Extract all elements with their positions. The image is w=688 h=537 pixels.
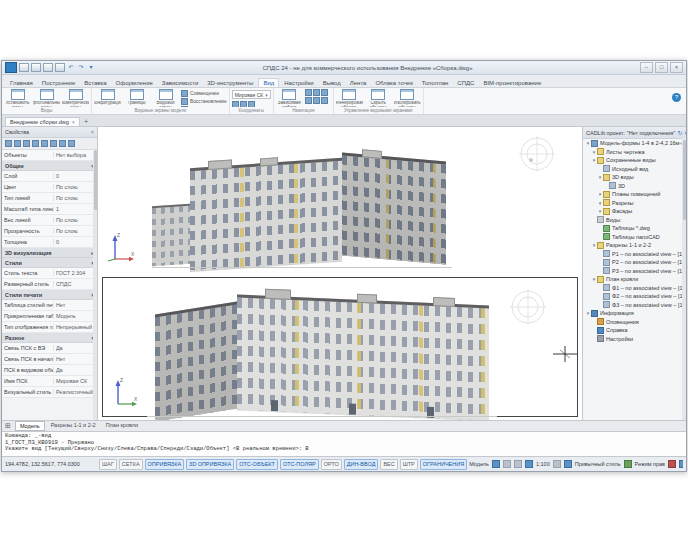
property-section-header[interactable]: Стили▾ bbox=[2, 258, 97, 268]
property-row[interactable]: Прикрепленная таблицаМодель bbox=[2, 311, 97, 322]
app-menu-icon[interactable] bbox=[5, 62, 17, 73]
viewport-bottom-active[interactable]: Z X bbox=[102, 277, 578, 417]
ribbon-tab-8[interactable]: Настройки bbox=[280, 79, 317, 87]
status-toggle-отс-поляр[interactable]: ОТС-ПОЛЯР bbox=[280, 459, 319, 470]
undo-icon[interactable]: ↶ bbox=[67, 64, 75, 71]
property-section-header[interactable]: Общие▾ bbox=[2, 161, 97, 171]
fullscreen-icon[interactable] bbox=[679, 460, 683, 468]
zoom-icon[interactable] bbox=[514, 460, 522, 468]
status-toggle-орто[interactable]: ОРТО bbox=[321, 459, 342, 470]
small-tool-icon[interactable] bbox=[321, 97, 328, 104]
status-toggle-сетка[interactable]: СЕТКА bbox=[119, 459, 143, 470]
ribbon-button[interactable]: Скрыть объекты bbox=[365, 89, 392, 107]
status-toggle-ограничения[interactable]: ОГРАНИЧЕНИЯ bbox=[420, 459, 467, 470]
ribbon-tab-7[interactable]: Вид bbox=[258, 78, 279, 87]
tree-item[interactable]: ▾Модель-формы 1-4 в 2-4,2 16м-проект.dwg bbox=[583, 139, 686, 148]
open-file-icon[interactable] bbox=[31, 63, 41, 72]
ribbon-button[interactable]: Границы bbox=[123, 89, 150, 106]
monitor-icon[interactable] bbox=[564, 460, 572, 468]
property-row[interactable]: Слой0 bbox=[2, 171, 97, 182]
tree-item[interactable]: Справка bbox=[583, 326, 686, 335]
status-toggle-отс-объект[interactable]: ОТС-ОБЪЕКТ bbox=[236, 459, 278, 470]
ribbon-check-button[interactable]: Восстановление bbox=[181, 98, 227, 105]
property-row[interactable]: ЦветПо слою bbox=[2, 182, 97, 193]
ribbon-tab-11[interactable]: Облака точек bbox=[371, 79, 416, 87]
refresh-icon[interactable]: ↻ bbox=[677, 130, 682, 136]
tree-item[interactable]: Ф3 – no associated view – [1/100] bbox=[583, 301, 686, 310]
document-tab[interactable]: Внедрение сборки.dwg × bbox=[5, 117, 80, 126]
ribbon-tab-14[interactable]: BIM-проектирование bbox=[479, 79, 545, 87]
maximize-button[interactable]: □ bbox=[655, 62, 668, 73]
ribbon-button[interactable]: Регенерировать область bbox=[336, 89, 363, 107]
ribbon-button[interactable]: Изометрические виды bbox=[62, 89, 89, 107]
small-tool-icon[interactable] bbox=[313, 97, 320, 104]
help-icon[interactable]: ? bbox=[672, 93, 681, 102]
tree-item[interactable]: ▾Фасады bbox=[583, 207, 686, 216]
status-toggle-3d опривязка[interactable]: 3D ОПРИВЯЗКА bbox=[186, 459, 234, 470]
quick-select-icon[interactable] bbox=[14, 140, 21, 147]
layout-tab-3[interactable]: План кровли bbox=[102, 421, 142, 429]
small-tool-icon[interactable] bbox=[305, 89, 312, 96]
property-row[interactable]: Имя ПСКМировая СК bbox=[2, 376, 97, 387]
tree-item[interactable]: Р1 – no associated view – [1/100] bbox=[583, 250, 686, 259]
tree-item[interactable]: ▾Информация bbox=[583, 309, 686, 318]
viewport-layout-icon[interactable]: ⊞ bbox=[5, 422, 11, 430]
ribbon-tab-10[interactable]: Лента bbox=[346, 79, 371, 87]
property-row[interactable]: Стиль текстаГОСТ 2.304 bbox=[2, 268, 97, 279]
notifications-icon[interactable] bbox=[668, 460, 676, 468]
tree-item[interactable]: Р2 – no associated view – [1/100] bbox=[583, 258, 686, 267]
property-row[interactable]: Вес линийПо слою bbox=[2, 215, 97, 226]
property-row[interactable]: Толщина0 bbox=[2, 237, 97, 248]
status-toggle-дин-ввод[interactable]: ДИН-ВВОД bbox=[344, 459, 379, 470]
property-row[interactable]: Тип отображения табл.Непрерывный bbox=[2, 322, 97, 333]
status-toggle-вес[interactable]: ВЕС bbox=[380, 459, 397, 470]
property-row[interactable]: Связь ПСК с ВЭДа bbox=[2, 343, 97, 354]
tree-item[interactable]: Настройки bbox=[583, 335, 686, 344]
redo-icon[interactable]: ↷ bbox=[77, 64, 85, 71]
ribbon-tab-9[interactable]: Вывод bbox=[319, 79, 345, 87]
close-icon[interactable]: × bbox=[91, 129, 94, 135]
property-row[interactable]: Размерный стильСПДС bbox=[2, 279, 97, 290]
command-line[interactable]: Команда: _-вид1_ГОСТ_ПЗ_КВ0919 - Прерван… bbox=[2, 431, 686, 456]
tree-item[interactable]: Р3 – no associated view – [1:0.0073] bbox=[583, 267, 686, 276]
layout-tab-1[interactable]: Модель bbox=[15, 421, 45, 431]
customize-dropdown-icon[interactable]: ▾ bbox=[87, 64, 95, 71]
property-row[interactable]: ОбъектыНет выбора bbox=[2, 150, 97, 161]
ui-mode-icon[interactable] bbox=[624, 460, 632, 468]
tree-item[interactable]: ▾План кровли bbox=[583, 275, 686, 284]
property-row[interactable]: Таблица стилей печатиНет bbox=[2, 300, 97, 311]
tree-item[interactable]: ▾Сохраненные виды bbox=[583, 156, 686, 165]
tree-item[interactable]: ▾Разрезы bbox=[583, 199, 686, 208]
new-document-tab-button[interactable]: + bbox=[82, 117, 90, 126]
tree-item[interactable]: ▾Разрезы 1-1 и 2-2 bbox=[583, 241, 686, 250]
coordinate-system-combo[interactable]: Мировая СК▾ bbox=[232, 90, 271, 99]
ribbon-button[interactable]: Зависимая орбита bbox=[276, 89, 303, 107]
small-tool-icon[interactable] bbox=[305, 97, 312, 104]
tree-item[interactable]: Оповещения bbox=[583, 318, 686, 327]
tree-item[interactable]: Таблицы nanoCAD bbox=[583, 233, 686, 242]
ribbon-tab-3[interactable]: Вставка bbox=[80, 79, 110, 87]
ribbon-check-button[interactable]: Совмещение bbox=[181, 90, 227, 97]
property-row[interactable]: ПрозрачностьПо слою bbox=[2, 226, 97, 237]
lock-icon[interactable] bbox=[553, 460, 561, 468]
tree-item[interactable]: Таблицы *.dwg bbox=[583, 224, 686, 233]
tree-item[interactable]: Виды: bbox=[583, 216, 686, 225]
ribbon-tab-13[interactable]: СПДС bbox=[453, 79, 478, 87]
match-properties-icon[interactable] bbox=[23, 140, 30, 147]
ribbon-button[interactable]: Установить виды bbox=[4, 89, 31, 107]
tree-item[interactable]: Исходный вид bbox=[583, 165, 686, 174]
property-section-header[interactable]: 3D визуализация▸ bbox=[2, 248, 97, 258]
property-section-header[interactable]: Стили печати▾ bbox=[2, 290, 97, 300]
property-row[interactable]: Визуальный стильРеалистичный bbox=[2, 387, 97, 398]
save-file-icon[interactable] bbox=[43, 63, 53, 72]
tree-item[interactable]: ▾Листы чертежа bbox=[583, 148, 686, 157]
ribbon-button[interactable]: Изолировать объекты bbox=[394, 89, 421, 107]
tree-item[interactable]: ▾Планы помещений bbox=[583, 190, 686, 199]
layers-icon[interactable] bbox=[32, 140, 39, 147]
status-toggle-шаг[interactable]: ШАГ bbox=[99, 459, 117, 470]
close-icon[interactable]: × bbox=[72, 118, 75, 126]
properties-scrollbar[interactable] bbox=[93, 148, 97, 420]
plot-icon[interactable] bbox=[55, 63, 65, 72]
ribbon-tab-2[interactable]: Построение bbox=[38, 79, 79, 87]
cadlib-scrollbar[interactable] bbox=[682, 138, 686, 420]
